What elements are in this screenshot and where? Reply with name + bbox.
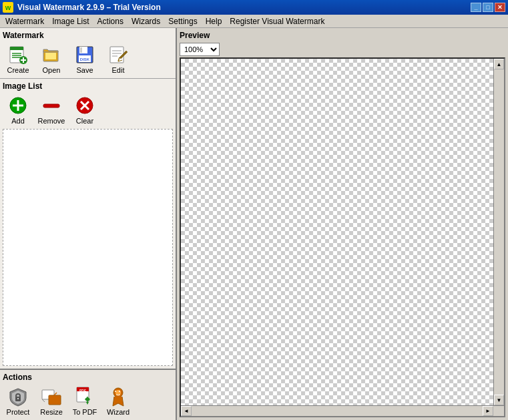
menu-item-watermark[interactable]: Watermark [1,15,48,27]
clear-button[interactable]: Clear [69,93,100,126]
save-icon: DISK [74,44,95,65]
menu-item-actions[interactable]: Actions [93,15,128,27]
actions-title: Actions [3,373,173,382]
right-panel: Preview 100% 75% 50% 25% 200% ▲ [177,28,508,420]
preview-scroll-area: ▲ ▼ ◄ ► [180,57,505,417]
scroll-corner [493,406,504,416]
topdf-button[interactable]: PDF To PDF [69,385,100,417]
topdf-icon: PDF [74,386,95,407]
preview-content-area [181,59,493,405]
edit-button[interactable]: Edit [103,43,134,75]
scroll-left-button[interactable]: ◄ [181,406,192,416]
edit-icon [107,44,129,65]
title-bar: W Visual Watermark 2.9.9 – Trial Version… [0,0,508,15]
menu-item-image-list[interactable]: Image List [48,15,93,27]
preview-canvas [181,59,493,405]
save-label: Save [76,66,93,74]
svg-text:DISK: DISK [80,57,90,61]
title-controls: _ □ ✕ [471,3,505,12]
open-icon [41,44,62,65]
image-list-toolbar: Add Remove [3,93,173,126]
maximize-button[interactable]: □ [483,3,493,12]
actions-toolbar: Protect Resize [3,385,173,417]
menu-item-register-visual-watermark[interactable]: Register Visual Watermark [226,15,328,27]
left-panel: Watermark [0,28,177,420]
preview-toolbar: 100% 75% 50% 25% 200% [180,43,505,56]
create-icon [7,44,29,65]
main-content: Watermark [0,28,508,420]
svg-rect-3 [10,47,23,50]
menu-bar: WatermarkImage ListActionsWizardsSetting… [0,15,508,28]
title-bar-left: W Visual Watermark 2.9.9 – Trial Version [3,2,161,13]
protect-button[interactable]: Protect [3,385,33,417]
vertical-scrollbar[interactable]: ▲ ▼ [493,59,504,405]
watermark-title: Watermark [3,31,173,40]
resize-label: Resize [40,408,63,416]
zoom-select[interactable]: 100% 75% 50% 25% 200% [180,43,220,56]
resize-icon [41,386,62,407]
protect-icon [7,386,29,407]
topdf-label: To PDF [73,408,97,416]
open-label: Open [43,66,61,74]
app-icon: W [3,2,13,13]
add-button[interactable]: Add [3,93,33,126]
svg-point-44 [115,391,116,392]
horizontal-scrollbar[interactable]: ◄ ► [181,405,504,416]
menu-item-help[interactable]: Help [202,15,226,27]
add-icon [7,95,29,116]
remove-button[interactable]: Remove [36,93,67,126]
wizard-button[interactable]: Wizard [103,385,134,417]
menu-item-wizards[interactable]: Wizards [128,15,164,27]
svg-rect-34 [49,395,61,405]
image-list-section: Image List Add [0,79,176,369]
watermark-section: Watermark [0,28,176,79]
svg-line-36 [42,399,45,402]
save-button[interactable]: DISK Save [69,43,100,75]
svg-marker-41 [86,402,89,405]
create-label: Create [7,66,29,74]
watermark-toolbar: Create Open [3,43,173,75]
svg-point-45 [119,391,120,392]
scroll-track-vertical [494,69,504,395]
preview-title: Preview [180,31,505,40]
svg-rect-11 [45,53,56,59]
svg-text:PDF: PDF [79,389,86,393]
clear-label: Clear [76,117,93,125]
remove-label: Remove [38,117,65,125]
protect-label: Protect [7,408,30,416]
wizard-icon [107,386,129,407]
open-button[interactable]: Open [36,43,67,75]
scroll-up-button[interactable]: ▲ [494,59,504,69]
add-label: Add [11,117,25,125]
image-list-area [3,129,173,366]
scroll-down-button[interactable]: ▼ [494,395,504,405]
remove-icon [41,95,62,116]
svg-rect-14 [80,47,82,53]
svg-rect-26 [43,104,59,108]
svg-text:W: W [5,5,11,11]
actions-section: Actions Protect [0,369,176,420]
scroll-track-horizontal [192,406,483,416]
svg-line-35 [54,393,57,395]
resize-button[interactable]: Resize [36,385,67,417]
image-list-title: Image List [3,81,173,91]
clear-icon [74,95,95,116]
close-button[interactable]: ✕ [495,3,505,12]
menu-item-settings[interactable]: Settings [164,15,201,27]
wizard-label: Wizard [107,408,130,416]
edit-label: Edit [112,66,125,74]
create-button[interactable]: Create [3,43,33,75]
minimize-button[interactable]: _ [471,3,481,12]
scroll-right-button[interactable]: ► [483,406,493,416]
preview-inner: ▲ ▼ [181,59,504,405]
window-title: Visual Watermark 2.9.9 – Trial Version [17,3,161,12]
svg-point-32 [17,398,19,399]
